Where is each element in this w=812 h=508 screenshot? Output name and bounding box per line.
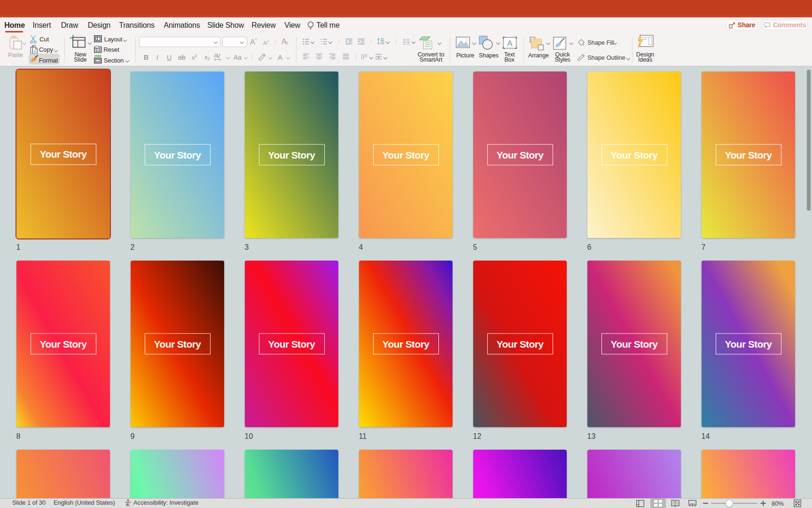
svg-text:A: A xyxy=(507,39,513,48)
